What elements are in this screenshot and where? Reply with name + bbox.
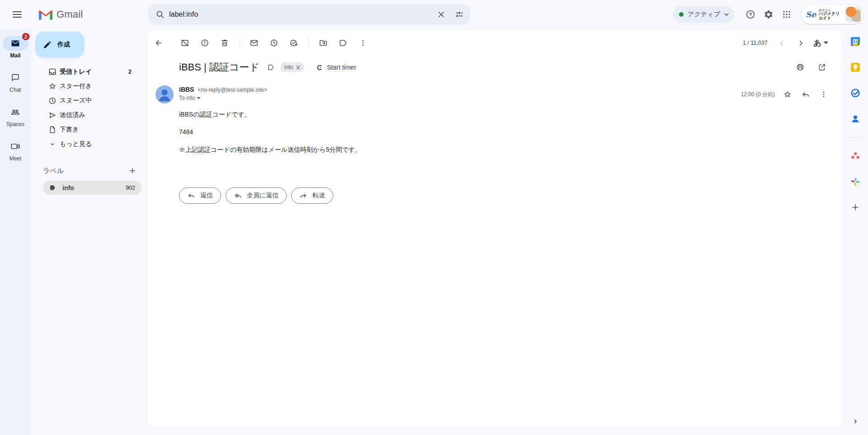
archive-button[interactable] [176,34,194,52]
toolbar-divider [308,38,309,47]
sender-row: iBBS <no-reply@test-sample.site> To info… [156,85,833,103]
more-actions-button[interactable] [354,34,372,52]
main-menu-button[interactable] [6,4,28,25]
star-message-button[interactable] [778,85,797,103]
get-addons-button[interactable] [846,198,864,216]
status-chip[interactable]: アクティブ [673,6,734,23]
company-logo-mark: Se [806,10,816,19]
move-to-button[interactable] [314,34,332,52]
newer-button[interactable] [773,34,791,52]
rail-item-spaces[interactable]: Spaces [3,105,28,127]
reply-all-button[interactable]: 全員に返信 [226,187,287,204]
avatar[interactable] [845,7,861,22]
chat-pill[interactable] [3,70,28,85]
sidebar-item-snoozed[interactable]: スヌーズ中 [31,94,138,108]
open-in-new-button[interactable] [813,58,831,76]
meet-icon [10,141,21,152]
sender-avatar[interactable] [156,85,174,103]
contacts-app-button[interactable] [846,110,864,128]
toolbar-right: 1 / 11,037 あ [743,34,831,52]
input-tools-button[interactable]: あ [811,34,831,52]
sidebar-item-label: スター付き [60,82,92,90]
label-chip-info[interactable]: info [280,62,304,72]
help-button[interactable]: ? [741,5,760,23]
reply-button-icon[interactable] [797,85,815,103]
arrow-drop-down-icon [197,97,201,99]
sidebar-item-drafts[interactable]: 下書き [31,122,138,137]
chevron-left-icon [778,39,786,47]
verification-code: 7484 [179,127,831,136]
chat-icon [10,73,20,83]
sidebar-item-inbox[interactable]: 受信トレイ 2 [31,65,138,79]
snooze-icon [48,96,57,105]
message-timestamp: 12:00 (0 分前) [741,91,775,98]
delete-button[interactable] [216,34,234,52]
status-label: アクティブ [688,10,720,19]
plus-icon [128,167,137,175]
sidebar-item-more[interactable]: もっと見る [31,137,138,151]
chip-remove-icon[interactable] [296,65,300,70]
spaces-pill[interactable] [3,105,28,119]
snooze-button[interactable] [265,34,283,52]
sidebar-item-sent[interactable]: 送信済み [31,108,138,122]
sender-email: <no-reply@test-sample.site> [198,87,267,93]
search-options-button[interactable] [450,5,468,23]
search-input[interactable] [169,10,432,19]
search-button[interactable] [151,5,169,23]
add-label-button[interactable] [125,164,140,178]
reply-icon [801,90,810,99]
search-bar[interactable] [147,4,471,25]
message-meta: 12:00 (0 分前) [741,85,833,103]
body-line: ※上記認証コードの有効期限はメール送信時刻から5分間です。 [179,145,831,154]
tasks-app-button[interactable] [846,84,864,102]
compose-button[interactable]: 作成 [35,32,84,58]
clear-search-button[interactable] [432,5,450,23]
app-rail: 2 Mail Chat Spaces Meet [0,29,31,435]
important-marker-icon[interactable] [267,63,275,71]
mail-pill[interactable]: 2 [3,36,28,51]
open-in-new-icon [817,63,826,72]
more-message-button[interactable] [815,85,833,103]
message-body: iBBSの認証コードです。 7484 ※上記認証コードの有効期限はメール送信時刻… [179,110,831,154]
toolbar-left [150,34,372,52]
chevron-down-icon [724,13,729,16]
google-apps-button[interactable] [778,5,796,23]
label-icon [339,38,348,47]
hide-side-panel-button[interactable] [851,417,860,426]
label-count: 902 [126,185,135,191]
sidebar-label-info[interactable]: info 902 [43,181,142,195]
more-vert-icon [820,90,828,98]
sidebar-item-label: 下書き [60,126,79,134]
forward-button[interactable]: 転送 [291,187,333,204]
meet-pill[interactable] [3,139,28,154]
mark-unread-button[interactable] [245,34,263,52]
rail-item-mail[interactable]: 2 Mail [3,36,28,59]
rail-item-meet[interactable]: Meet [3,139,28,162]
labels-button[interactable] [334,34,352,52]
slack-app-button[interactable] [846,173,864,191]
start-timer-button[interactable]: Start timer [316,64,356,71]
settings-button[interactable] [760,5,778,23]
keep-app-button[interactable] [846,58,864,76]
recipient-details-button[interactable]: To info [179,95,267,101]
report-spam-button[interactable] [196,34,214,52]
contacts-icon [849,113,861,125]
company-name: 株式会社 ハジメクリエイト [819,9,843,21]
subject-actions [791,58,831,76]
pagination-counter: 1 / 11,037 [743,40,768,46]
calendar-app-button[interactable]: 31 [846,33,864,51]
print-button[interactable] [791,58,809,76]
trash-icon [220,38,229,47]
asana-app-button[interactable] [846,147,864,165]
chevron-right-icon [797,39,805,47]
add-to-tasks-button[interactable] [285,34,303,52]
sidebar-item-starred[interactable]: スター付き [31,79,138,94]
gmail-logo[interactable]: Gmail [39,9,83,20]
reply-button[interactable]: 返信 [179,187,221,204]
rail-item-chat[interactable]: Chat [3,70,28,93]
side-apps-panel: 31 [843,29,868,435]
older-button[interactable] [792,34,810,52]
back-button[interactable] [150,34,168,52]
account-button[interactable]: Se 株式会社 ハジメクリエイト [801,5,863,24]
sidebar-item-label: 受信トレイ [60,68,92,76]
